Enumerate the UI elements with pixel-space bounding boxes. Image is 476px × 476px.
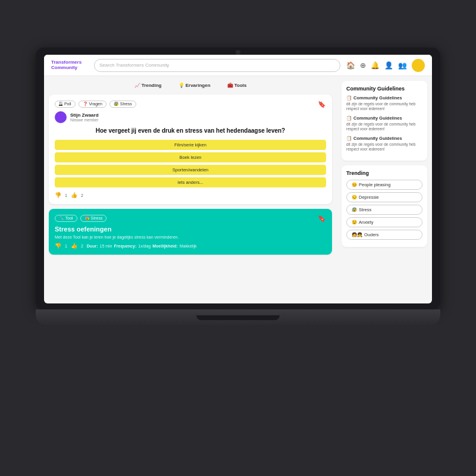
trending-tag-5[interactable]: 🧑‍👧 Ouders <box>346 230 422 240</box>
tag-vragen[interactable]: ❓ Vragen <box>79 101 107 108</box>
trending-icon-5: 🧑‍👧 <box>352 232 362 237</box>
guideline-item-1: 📋 Community Guidelines dit zijn de regel… <box>346 95 422 112</box>
guideline-icon-3: 📋 <box>346 136 352 141</box>
guideline-title-2: 📋 Community Guidelines <box>346 115 422 121</box>
home-icon[interactable]: 🏠 <box>346 61 355 70</box>
tag-poll[interactable]: 🗳 Poll <box>55 101 76 108</box>
tool-meta: Duur: 15 min Frequency: 1x/dag Moeilijkh… <box>87 244 197 248</box>
trending-title: Trending <box>346 170 422 176</box>
author-name: Stijn Zwaard <box>70 112 99 118</box>
poll-option-4[interactable]: Iets anders... <box>55 177 326 187</box>
guideline-item-3: 📋 Community Guidelines dit zijn de regel… <box>346 136 422 152</box>
trending-icon-2: 😔 <box>352 195 357 200</box>
tool-title: Stress oefeningen <box>55 226 326 233</box>
difficulty-label: Moeilijkheid: <box>152 244 177 248</box>
search-input[interactable]: Search Transformers Community <box>99 62 169 68</box>
dislike-count: 1 <box>65 193 67 198</box>
trending-icon-4: 😟 <box>352 220 357 225</box>
community-icon[interactable]: 👥 <box>398 61 407 70</box>
avatar[interactable] <box>412 59 425 72</box>
trending-tag-2[interactable]: 😔 Depressie <box>346 192 422 202</box>
bookmark-icon[interactable]: 🔖 <box>318 101 326 108</box>
tool-bookmark-icon[interactable]: 🔖 <box>318 215 326 223</box>
guideline-text-3: dit zijn de regels voor de community heb… <box>346 142 422 152</box>
dislike-button[interactable]: 👎 <box>55 192 61 198</box>
guideline-text-2: dit zijn de regels voor de community heb… <box>346 122 422 132</box>
tag-stress-tool[interactable]: 😰 Stress <box>80 215 107 222</box>
tool-description: Met deze Tool kan je leren hoe je dageli… <box>55 235 326 239</box>
poll-option-2[interactable]: Boek lezen <box>55 152 326 162</box>
tool-like-count: 2 <box>81 244 83 248</box>
guideline-icon-1: 📋 <box>346 95 352 101</box>
author-avatar <box>55 111 67 123</box>
poll-options: Film/serie kijken Boek lezen Sporten/wan… <box>55 140 326 187</box>
guideline-title-3: 📋 Community Guidelines <box>346 136 422 141</box>
tool-like-button[interactable]: 👍 <box>71 243 77 249</box>
guidelines-title: Community Guidelines <box>346 86 422 92</box>
tag-tool[interactable]: 🔧 Tool <box>55 215 77 222</box>
like-count: 2 <box>81 193 83 198</box>
post-actions: 👎 1 👍 2 <box>55 192 326 198</box>
poll-option-3[interactable]: Sporten/wandelen <box>55 165 326 175</box>
tab-trending[interactable]: 📈 Trending <box>129 81 168 90</box>
like-button[interactable]: 👍 <box>71 192 77 198</box>
tab-tools[interactable]: 🧰 Tools <box>221 81 253 90</box>
logo: Transformers Community <box>51 60 88 71</box>
trending-tag-4[interactable]: 😟 Anxiety <box>346 217 422 227</box>
guideline-icon-2: 📋 <box>346 115 352 121</box>
duration-value: 15 min <box>99 244 112 248</box>
main-layout: 📈 Trending 💡 Ervaringen 🧰 Tools 🗳 Poll ❓… <box>44 76 432 303</box>
tag-stress[interactable]: 😰 Stress <box>109 101 136 108</box>
author-info: Stijn Zwaard Nieuwe member <box>70 112 99 122</box>
create-icon[interactable]: ⊕ <box>360 61 366 70</box>
trending-tag-1[interactable]: 😊 People pleasing <box>346 180 422 190</box>
author-role: Nieuwe member <box>70 118 99 122</box>
guideline-text-1: dit zijn de regels voor de community heb… <box>346 102 422 112</box>
post-card-poll: 🗳 Poll ❓ Vragen 😰 Stress 🔖 Stijn Zwaard … <box>49 95 332 204</box>
trending-tag-3[interactable]: 😰 Stress <box>346 205 422 215</box>
tool-actions: 👎 1 👍 2 Duur: 15 min Frequency: 1x/dag M… <box>55 243 326 249</box>
post-author: Stijn Zwaard Nieuwe member <box>55 111 326 123</box>
poll-option-1[interactable]: Film/serie kijken <box>55 140 326 150</box>
guideline-item-2: 📋 Community Guidelines dit zijn de regel… <box>346 115 422 132</box>
frequency-label: Frequency: <box>114 244 137 248</box>
profile-icon[interactable]: 👤 <box>384 61 393 70</box>
post-tags: 🗳 Poll ❓ Vragen 😰 Stress <box>55 101 326 108</box>
tool-dislike-button[interactable]: 👎 <box>55 243 61 249</box>
notification-icon[interactable]: 🔔 <box>371 61 380 70</box>
frequency-value: 1x/dag <box>138 244 151 248</box>
trending-icon-3: 😰 <box>352 207 357 212</box>
tool-dislike-count: 1 <box>65 244 67 248</box>
tool-tags: 🔧 Tool 😰 Stress <box>55 215 326 222</box>
header: Transformers Community Search Transforme… <box>44 55 432 76</box>
trending-icon-1: 😊 <box>352 182 357 187</box>
laptop-base <box>36 309 440 326</box>
guidelines-section: Community Guidelines 📋 Community Guideli… <box>342 81 427 161</box>
feed-area: 📈 Trending 💡 Ervaringen 🧰 Tools 🗳 Poll ❓… <box>44 76 337 303</box>
logo-line2: Community <box>51 65 88 71</box>
guideline-title-1: 📋 Community Guidelines <box>346 95 422 101</box>
post-title: Hoe vergeet jij even de druk en stress v… <box>55 127 326 135</box>
tabs: 📈 Trending 💡 Ervaringen 🧰 Tools <box>49 81 332 90</box>
trending-section: Trending 😊 People pleasing 😔 Depressie 😰 <box>342 165 427 247</box>
difficulty-value: Makkelijk <box>180 244 197 248</box>
header-icons: 🏠 ⊕ 🔔 👤 👥 <box>346 59 425 72</box>
search-bar[interactable]: Search Transformers Community <box>94 59 340 72</box>
tab-ervaringen[interactable]: 💡 Ervaringen <box>173 81 217 90</box>
tool-card: 🔧 Tool 😰 Stress 🔖 Stress oefeningen Met … <box>49 209 332 255</box>
duration-label: Duur: <box>87 244 98 248</box>
sidebar: Community Guidelines 📋 Community Guideli… <box>337 76 432 303</box>
